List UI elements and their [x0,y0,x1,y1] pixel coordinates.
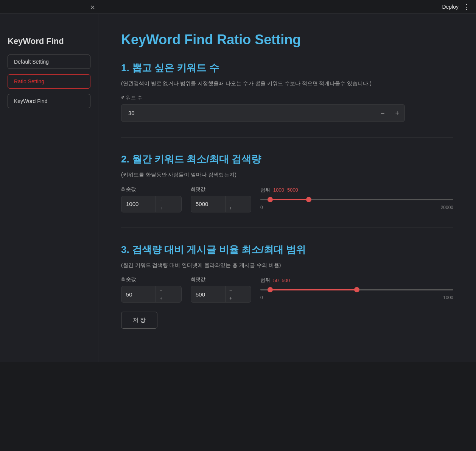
save-button[interactable]: 저 장 [121,312,157,329]
section-2-min-increment[interactable]: + [156,204,166,212]
section-3-minmax-row: 최솟값 − + 최댓값 [121,276,453,303]
page-title: KeyWord Find Ratio Setting [121,32,453,48]
section-2-max-btn-group: − + [225,196,236,212]
section-3-min-field: 최솟값 − + [121,276,182,303]
section-2-max-label: 최댓값 [191,186,251,193]
section-3-min-label: 최솟값 [121,276,182,283]
sidebar-title: KeyWord Find [8,36,90,46]
section-3-min-input[interactable] [121,287,156,301]
section-2-range-label: 범위 [260,187,270,194]
section-2-slider-track-max: 20000 [441,205,453,210]
keyword-count-input[interactable] [121,105,375,122]
section-3-slider-label-row: 범위 50 500 [260,277,453,284]
keyword-count-label: 키워드 수 [121,94,453,101]
section-2-slider-track [260,199,453,200]
section-3-max-input[interactable] [191,287,225,301]
section-3-slider-max-val: 500 [282,278,290,283]
section-2-max-field: 최댓값 − + [191,186,251,212]
section-2: 2. 월간 키워드 최소/최대 검색량 (키워드를 한달동안 사람들이 얼마나 … [121,153,453,212]
section-3-range-label: 범위 [260,277,270,284]
menu-icon[interactable]: ⋮ [463,3,470,11]
section-3-min-increment[interactable]: + [156,294,166,302]
section-3-max-field: 최댓값 − + [191,276,251,303]
section-2-slider-label-row: 범위 1000 5000 [260,187,453,194]
section-3-slider-min-val: 50 [273,278,278,283]
section-3-slider-minmax-labels: 0 1000 [260,295,453,300]
sidebar: KeyWord Find Default Setting Ratio Setti… [0,14,98,362]
divider-2 [121,228,453,228]
section-2-max-input-wrapper: − + [191,196,251,212]
section-3-heading: 3. 검색량 대비 게시글 비율 최소/최대 범위 [121,243,453,256]
section-2-slider-min-val: 1000 [273,187,284,193]
section-3-min-decrement[interactable]: − [156,286,166,294]
section-2-slider-track-min: 0 [260,205,263,210]
section-1-heading: 1. 뽑고 싶은 키워드 수 [121,61,453,75]
section-2-min-field: 최솟값 − + [121,186,182,212]
section-3-min-btn-group: − + [156,286,166,302]
section-3-slider-track [260,289,453,290]
section-2-max-increment[interactable]: + [226,204,236,212]
section-1-desc: (연관검색이 별로 없거나 범위를 지정했을때 나오는 수가 뽑을 키워드 수보… [121,79,453,87]
section-2-desc: (키워드를 한달동안 사람들이 얼마나 검색했는지) [121,170,453,179]
section-3: 3. 검색량 대비 게시글 비율 최소/최대 범위 (월간 키워드 검색량 대비… [121,243,453,329]
keyword-count-increment[interactable]: + [390,110,404,117]
section-3-slider-track-container [260,286,453,293]
section-3-desc: (월간 키워드 검색량 대비 인터넷에 올라와있는 총 게시글 수의 비율) [121,261,453,269]
section-2-max-input[interactable] [191,197,225,211]
sidebar-btn-ratio[interactable]: Ratio Setting [8,74,90,89]
section-2-slider-values: 1000 5000 [273,187,298,193]
sidebar-btn-default[interactable]: Default Setting [8,55,90,69]
section-3-max-increment[interactable]: + [226,294,236,302]
section-3-max-label: 최댓값 [191,276,251,283]
section-2-slider-thumb-max[interactable] [306,197,311,202]
main-content: KeyWord Find Ratio Setting 1. 뽑고 싶은 키워드 … [98,14,476,362]
divider-1 [121,137,453,137]
section-2-heading: 2. 월간 키워드 최소/최대 검색량 [121,153,453,166]
section-2-minmax-row: 최솟값 − + 최댓값 [121,186,453,212]
section-3-slider-thumb-max[interactable] [354,287,359,292]
section-2-slider-max-val: 5000 [287,187,298,193]
section-3-slider-thumb-min[interactable] [268,287,273,292]
section-2-max-decrement[interactable]: − [226,196,236,204]
section-2-slider-thumb-min[interactable] [268,197,273,202]
sidebar-btn-keyword[interactable]: KeyWord Find [8,94,90,108]
section-3-max-btn-group: − + [225,286,236,302]
section-3-min-input-wrapper: − + [121,286,182,303]
section-3-slider-fill [270,289,357,290]
section-1: 1. 뽑고 싶은 키워드 수 (연관검색이 별로 없거나 범위를 지정했을때 나… [121,61,453,122]
section-3-max-input-wrapper: − + [191,286,251,303]
keyword-count-decrement[interactable]: − [375,110,390,117]
section-2-slider-fill [270,199,309,200]
section-2-min-input-wrapper: − + [121,196,182,212]
section-2-slider-area: 범위 1000 5000 [260,186,453,210]
section-3-slider-track-min: 0 [260,295,263,300]
section-2-min-btn-group: − + [156,196,166,212]
section-3-slider-values: 50 500 [273,278,290,283]
section-2-min-decrement[interactable]: − [156,196,166,204]
section-3-slider-area: 범위 50 500 [260,276,453,300]
topbar: Deploy ⋮ [0,0,476,14]
section-2-slider-minmax-labels: 0 20000 [260,205,453,210]
section-3-slider-track-max: 1000 [443,295,453,300]
section-2-min-label: 최솟값 [121,186,182,193]
section-3-max-decrement[interactable]: − [226,286,236,294]
keyword-count-input-row: − + [121,104,405,122]
deploy-label: Deploy [442,4,459,10]
section-2-slider-track-container [260,196,453,203]
section-2-min-input[interactable] [121,197,156,211]
